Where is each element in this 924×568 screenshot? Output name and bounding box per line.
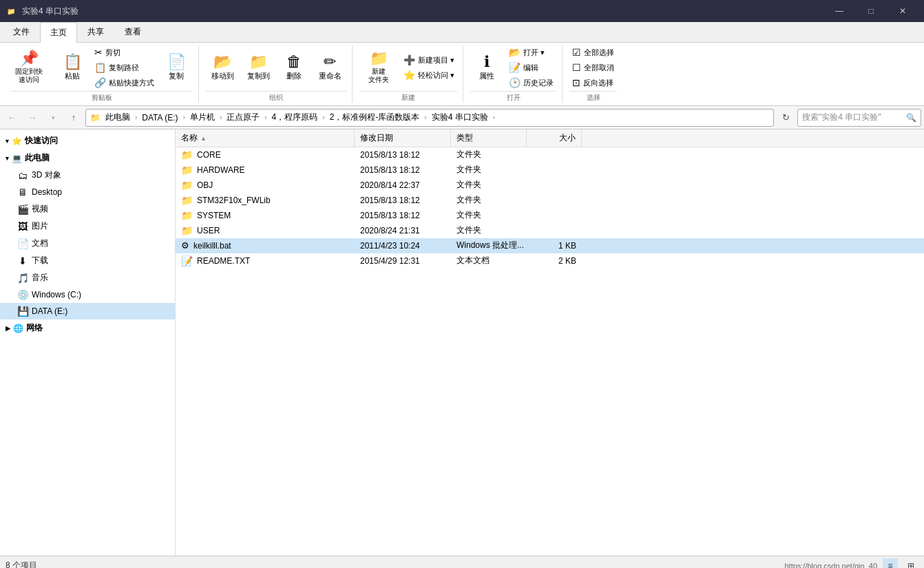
address-data-e[interactable]: DATA (E:) bbox=[140, 112, 180, 123]
file-date-system: 2015/8/13 18:12 bbox=[355, 208, 451, 222]
pin-to-quick-access-button[interactable]: 📌 固定到快速访问 bbox=[11, 48, 47, 87]
open-label: 打开 ▾ bbox=[523, 48, 545, 58]
file-row-core[interactable]: 📁 CORE 2015/8/13 18:12 文件夹 bbox=[176, 147, 924, 162]
file-name-stm32: 📁 STM32F10x_FWLib bbox=[176, 193, 355, 207]
nav-windows-icon: 💿 bbox=[17, 289, 29, 300]
status-right: https://blog.csdn.net/qin_40 ≡ ⊞ bbox=[784, 558, 918, 569]
file-row-system[interactable]: 📁 SYSTEM 2015/8/13 18:12 文件夹 bbox=[176, 208, 924, 223]
paste-button[interactable]: 📋 粘贴 bbox=[56, 52, 89, 84]
nav-item-video[interactable]: 🎬 视频 bbox=[0, 200, 175, 218]
folder-icon-system: 📁 bbox=[181, 210, 193, 221]
easy-access-button[interactable]: ⭐ 轻松访问 ▾ bbox=[401, 68, 457, 82]
open-label: 打开 bbox=[470, 91, 556, 103]
open-button[interactable]: 📂 打开 ▾ bbox=[506, 45, 556, 59]
this-pc-header[interactable]: ▾ 💻 此电脑 bbox=[0, 149, 175, 167]
tab-file[interactable]: 文件 bbox=[3, 21, 40, 42]
folder-icon-stm32: 📁 bbox=[181, 195, 193, 206]
refresh-button[interactable]: ↻ bbox=[777, 109, 795, 127]
maximize-button[interactable]: □ bbox=[855, 0, 887, 22]
title-bar-icons: 📁 bbox=[6, 6, 17, 17]
select-col: ☑ 全部选择 ☐ 全部取消 ⊡ 反向选择 bbox=[569, 45, 617, 90]
cut-button[interactable]: ✂ 剪切 bbox=[92, 45, 157, 59]
address-atom[interactable]: 正点原子 bbox=[224, 111, 262, 124]
new-item-button[interactable]: ➕ 新建项目 ▾ bbox=[401, 53, 457, 67]
nav-downloads-label: 下载 bbox=[32, 255, 169, 266]
rename-button[interactable]: ✏ 重命名 bbox=[313, 52, 346, 84]
deselect-label: 全部取消 bbox=[584, 63, 614, 73]
quick-access-label: 快速访问 bbox=[25, 135, 58, 147]
properties-button[interactable]: ℹ 属性 bbox=[470, 52, 503, 84]
new-folder-icon: 📁 bbox=[370, 51, 388, 66]
nav-item-pictures[interactable]: 🖼 图片 bbox=[0, 218, 175, 235]
invert-icon: ⊡ bbox=[572, 77, 580, 88]
recent-locations-button[interactable]: ▾ bbox=[44, 109, 62, 127]
close-button[interactable]: ✕ bbox=[887, 0, 918, 22]
copy-path-button[interactable]: 📋 复制路径 bbox=[92, 61, 157, 74]
delete-label: 删除 bbox=[286, 71, 302, 81]
paste-shortcut-button[interactable]: 🔗 粘贴快捷方式 bbox=[92, 76, 157, 90]
app-icon: 📁 bbox=[6, 6, 17, 17]
deselect-all-button[interactable]: ☐ 全部取消 bbox=[569, 61, 617, 74]
address-experiment[interactable]: 实验4 串口实验 bbox=[430, 111, 490, 124]
nav-video-label: 视频 bbox=[32, 203, 169, 215]
delete-button[interactable]: 🗑 删除 bbox=[277, 52, 311, 84]
tab-view[interactable]: 查看 bbox=[114, 21, 151, 42]
file-row-hardware[interactable]: 📁 HARDWARE 2015/8/13 18:12 文件夹 bbox=[176, 162, 924, 178]
file-row-obj[interactable]: 📁 OBJ 2020/8/14 22:37 文件夹 bbox=[176, 178, 924, 193]
address-bar[interactable]: 📁 此电脑 › DATA (E:) › 单片机 › 正点原子 › 4，程序原码 … bbox=[85, 109, 774, 127]
copy-to-label: 复制到 bbox=[247, 71, 270, 81]
tab-share[interactable]: 共享 bbox=[77, 21, 114, 42]
file-row-readme[interactable]: 📝 README.TXT 2015/4/29 12:31 文本文档 2 KB bbox=[176, 253, 924, 269]
nav-item-windows-c[interactable]: 💿 Windows (C:) bbox=[0, 286, 175, 303]
address-mcu[interactable]: 单片机 bbox=[188, 111, 217, 124]
col-header-size[interactable]: 大小 bbox=[527, 129, 582, 147]
file-row-stm32[interactable]: 📁 STM32F10x_FWLib 2015/8/13 18:12 文件夹 bbox=[176, 193, 924, 208]
list-view-button[interactable]: ≡ bbox=[883, 558, 898, 569]
edit-button[interactable]: 📝 编辑 bbox=[506, 61, 556, 74]
select-content: ☑ 全部选择 ☐ 全部取消 ⊡ 反向选择 bbox=[569, 45, 617, 90]
up-button[interactable]: ↑ bbox=[65, 109, 83, 127]
search-box[interactable]: 搜索"实验4 串口实验" 🔍 bbox=[797, 109, 921, 127]
copy-to-button[interactable]: 📁 复制到 bbox=[242, 52, 275, 84]
file-label-readme: README.TXT bbox=[197, 256, 250, 266]
new-item-label: 新建项目 ▾ bbox=[418, 55, 454, 65]
address-standard[interactable]: 2，标准例程-库函数版本 bbox=[328, 111, 422, 124]
file-size-core bbox=[527, 147, 582, 162]
nav-music-label: 音乐 bbox=[32, 272, 169, 284]
file-row-bat[interactable]: ⚙ keilkilll.bat 2011/4/23 10:24 Windows … bbox=[176, 238, 924, 253]
file-label-core: CORE bbox=[197, 150, 221, 160]
nav-item-desktop[interactable]: 🖥 Desktop bbox=[0, 184, 175, 200]
file-label-system: SYSTEM bbox=[197, 211, 231, 220]
address-program[interactable]: 4，程序原码 bbox=[270, 111, 320, 124]
nav-item-data-e[interactable]: 💾 DATA (E:) bbox=[0, 303, 175, 319]
new-folder-button[interactable]: 📁 新建文件夹 bbox=[359, 48, 398, 87]
col-header-type[interactable]: 类型 bbox=[451, 129, 527, 147]
col-header-name[interactable]: 名称 ▲ bbox=[176, 129, 355, 147]
col-type-label: 类型 bbox=[456, 132, 473, 144]
history-button[interactable]: 🕑 历史记录 bbox=[506, 76, 556, 90]
invert-selection-button[interactable]: ⊡ 反向选择 bbox=[569, 76, 617, 90]
address-this-pc[interactable]: 此电脑 bbox=[103, 111, 132, 124]
nav-item-documents[interactable]: 📄 文档 bbox=[0, 235, 175, 252]
search-icon: 🔍 bbox=[906, 113, 916, 123]
nav-item-downloads[interactable]: ⬇ 下载 bbox=[0, 252, 175, 269]
copy-button[interactable]: 📄 复制 bbox=[160, 52, 193, 84]
minimize-button[interactable]: — bbox=[823, 0, 855, 22]
tab-home[interactable]: 主页 bbox=[40, 22, 77, 43]
select-all-button[interactable]: ☑ 全部选择 bbox=[569, 45, 617, 59]
nav-item-3d[interactable]: 🗂 3D 对象 bbox=[0, 167, 175, 184]
col-header-date[interactable]: 修改日期 bbox=[355, 129, 451, 147]
network-header[interactable]: ▶ 🌐 网络 bbox=[0, 319, 175, 337]
copy-label: 复制 bbox=[169, 71, 184, 81]
quick-access-chevron: ▾ bbox=[6, 138, 9, 145]
back-button[interactable]: ← bbox=[3, 109, 21, 127]
details-view-button[interactable]: ⊞ bbox=[903, 558, 918, 569]
quick-access-header[interactable]: ▾ ⭐ 快速访问 bbox=[0, 132, 175, 149]
copy-path-icon: 📋 bbox=[94, 62, 106, 73]
move-to-button[interactable]: 📂 移动到 bbox=[206, 52, 239, 84]
file-row-user[interactable]: 📁 USER 2020/8/24 21:31 文件夹 bbox=[176, 223, 924, 238]
folder-icon-user: 📁 bbox=[181, 225, 193, 236]
nav-item-music[interactable]: 🎵 音乐 bbox=[0, 269, 175, 286]
forward-button[interactable]: → bbox=[23, 109, 41, 127]
paste-icon: 📋 bbox=[63, 54, 82, 70]
